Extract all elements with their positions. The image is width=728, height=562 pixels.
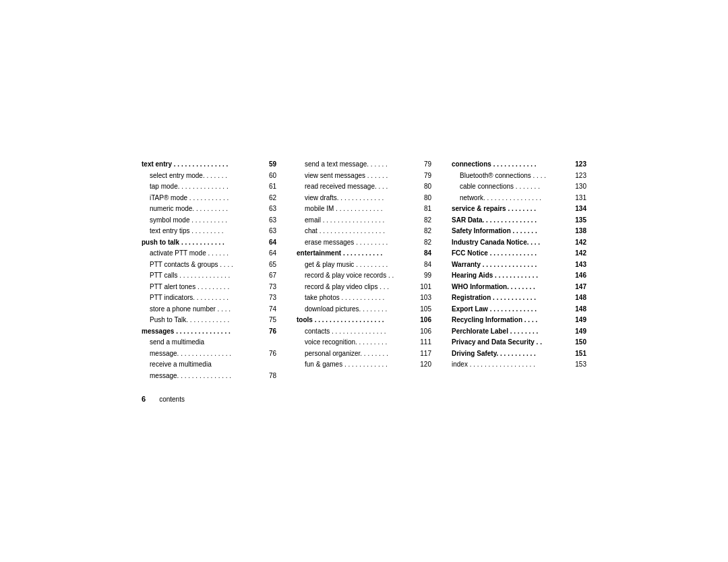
toc-main-entry: FCC Notice . . . . . . . . . . . . .142 — [452, 248, 586, 259]
toc-sub-entry: contacts . . . . . . . . . . . . . . .10… — [297, 326, 431, 337]
toc-entry-page: 146 — [570, 270, 586, 281]
toc-entry-page: 147 — [570, 282, 586, 292]
toc-sub-entry: view drafts. . . . . . . . . . . . .80 — [297, 193, 431, 204]
toc-entry-label: Perchlorate Label . . . . . . . . — [452, 326, 570, 337]
toc-entry-label: Bluetooth® connections . . . . — [460, 170, 570, 181]
toc-entry-page: 84 — [415, 248, 431, 259]
toc-section: Export Law . . . . . . . . . . . . .148 — [452, 304, 586, 315]
toc-entry-page: 79 — [415, 170, 431, 181]
toc-entry-page: 149 — [570, 315, 586, 325]
toc-main-entry: service & repairs . . . . . . . .134 — [452, 204, 586, 214]
toc-sub-entry: network. . . . . . . . . . . . . . . .13… — [452, 193, 586, 204]
toc-entry-label: Hearing Aids . . . . . . . . . . . . — [452, 270, 570, 281]
toc-main-entry: messages . . . . . . . . . . . . . . .76 — [142, 326, 276, 337]
toc-sub-entry: chat . . . . . . . . . . . . . . . . . .… — [297, 226, 431, 237]
toc-entry-label: mobile IM . . . . . . . . . . . . . — [305, 204, 415, 214]
toc-main-entry: Privacy and Data Security . .150 — [452, 337, 586, 348]
toc-section: service & repairs . . . . . . . .134 — [452, 204, 586, 214]
toc-main-entry: Safety Information . . . . . . .138 — [452, 226, 586, 237]
toc-entry-label: iTAP® mode . . . . . . . . . . . — [150, 193, 260, 204]
toc-entry-label: email . . . . . . . . . . . . . . . . . — [305, 215, 415, 226]
toc-entry-label: message. . . . . . . . . . . . . . . — [150, 348, 260, 359]
toc-entry-label: tap mode. . . . . . . . . . . . . . — [150, 181, 260, 192]
toc-section: push to talk . . . . . . . . . . . .64ac… — [142, 237, 276, 325]
toc-entry-page: 151 — [570, 348, 586, 359]
toc-entry-page: 76 — [260, 326, 276, 337]
toc-entry-page: 99 — [415, 270, 431, 281]
toc-entry-label: PTT alert tones . . . . . . . . . — [150, 282, 260, 292]
toc-entry-page: 138 — [570, 226, 586, 237]
toc-main-entry: Export Law . . . . . . . . . . . . .148 — [452, 304, 586, 315]
toc-main-entry: Industry Canada Notice. . . .142 — [452, 237, 586, 248]
toc-section: Registration . . . . . . . . . . . .148 — [452, 292, 586, 303]
toc-entry-page: 60 — [260, 170, 276, 181]
toc-entry-page: 111 — [415, 337, 431, 348]
toc-entry-label: PTT contacts & groups . . . . — [150, 259, 260, 270]
toc-main-entry: index . . . . . . . . . . . . . . . . . … — [452, 359, 586, 370]
toc-entry-label: symbol mode . . . . . . . . . . — [150, 215, 260, 226]
toc-entry-label: Push to Talk. . . . . . . . . . . . — [150, 315, 260, 325]
toc-entry-label: numeric mode. . . . . . . . . . — [150, 204, 260, 214]
toc-sub-entry: Bluetooth® connections . . . .123 — [452, 170, 586, 181]
toc-entry-label: text entry . . . . . . . . . . . . . . . — [142, 159, 260, 170]
toc-section: tools . . . . . . . . . . . . . . . . . … — [297, 315, 431, 370]
toc-entry-label: voice recognition. . . . . . . . . — [305, 337, 415, 348]
toc-section: Recycling Information . . . .149 — [452, 315, 586, 325]
toc-entry-page: 80 — [415, 193, 431, 204]
toc-entry-label: read received message. . . . — [305, 181, 415, 192]
toc-section: Privacy and Data Security . .150 — [452, 337, 586, 348]
toc-section: messages . . . . . . . . . . . . . . .76… — [142, 326, 276, 381]
toc-section: Driving Safety. . . . . . . . . . .151 — [452, 348, 586, 359]
toc-entry-page: 130 — [570, 181, 586, 192]
toc-entry-page: 67 — [260, 270, 276, 281]
toc-entry-label: erase messages . . . . . . . . . — [305, 237, 415, 248]
toc-entry-page: 82 — [415, 226, 431, 237]
toc-entry-label: personal organizer. . . . . . . . — [305, 348, 415, 359]
toc-main-entry: Recycling Information . . . .149 — [452, 315, 586, 325]
toc-sub-entry: store a phone number . . . .74 — [142, 304, 276, 315]
toc-entry-page: 63 — [260, 226, 276, 237]
toc-entry-label: Privacy and Data Security . . — [452, 337, 570, 348]
toc-entry-label: service & repairs . . . . . . . . — [452, 204, 570, 214]
toc-sub-entry: fun & games . . . . . . . . . . . .120 — [297, 359, 431, 370]
toc-main-entry: Driving Safety. . . . . . . . . . .151 — [452, 348, 586, 359]
toc-main-entry: entertainment . . . . . . . . . . .84 — [297, 248, 431, 259]
toc-sub-entry: iTAP® mode . . . . . . . . . . .62 — [142, 193, 276, 204]
toc-section: WHO Information. . . . . . . .147 — [452, 282, 586, 292]
toc-entry-page: 123 — [570, 170, 586, 181]
toc-main-entry: Perchlorate Label . . . . . . . .149 — [452, 326, 586, 337]
toc-entry-page: 148 — [570, 292, 586, 303]
footer: 6 contents — [142, 395, 586, 403]
toc-sub-entry: message. . . . . . . . . . . . . . .78 — [142, 371, 276, 381]
toc-entry-page: 150 — [570, 337, 586, 348]
toc-section: FCC Notice . . . . . . . . . . . . .142 — [452, 248, 586, 259]
toc-main-entry: WHO Information. . . . . . . .147 — [452, 282, 586, 292]
toc-entry-label: take photos . . . . . . . . . . . . — [305, 292, 415, 303]
toc-entry-page: 135 — [570, 215, 586, 226]
toc-entry-label: tools . . . . . . . . . . . . . . . . . … — [297, 315, 415, 325]
toc-sub-entry: record & play video clips . . .101 — [297, 282, 431, 292]
toc-sub-entry: text entry tips . . . . . . . . .63 — [142, 226, 276, 237]
toc-entry-page: 106 — [415, 326, 431, 337]
toc-sub-entry: voice recognition. . . . . . . . .111 — [297, 337, 431, 348]
toc-entry-page: 82 — [415, 237, 431, 248]
toc-section: Safety Information . . . . . . .138 — [452, 226, 586, 237]
toc-entry-label: WHO Information. . . . . . . . — [452, 282, 570, 292]
toc-entry-label: activate PTT mode . . . . . . — [150, 248, 260, 259]
toc-sub-entry: personal organizer. . . . . . . .117 — [297, 348, 431, 359]
toc-entry-label: Safety Information . . . . . . . — [452, 226, 570, 237]
toc-entry-label: Driving Safety. . . . . . . . . . . — [452, 348, 570, 359]
toc-entry-page: 75 — [260, 315, 276, 325]
toc-entry-page: 120 — [415, 359, 431, 370]
toc-container: text entry . . . . . . . . . . . . . . .… — [142, 159, 586, 381]
toc-sub-entry: read received message. . . .80 — [297, 181, 431, 192]
toc-entry-page: 149 — [570, 326, 586, 337]
toc-sub-entry: get & play music . . . . . . . . .84 — [297, 259, 431, 270]
toc-entry-label: SAR Data. . . . . . . . . . . . . . . — [452, 215, 570, 226]
toc-entry-label: Export Law . . . . . . . . . . . . . — [452, 304, 570, 315]
toc-sub-entry: numeric mode. . . . . . . . . .63 — [142, 204, 276, 214]
toc-entry-page: 63 — [260, 215, 276, 226]
toc-sub-entry: download pictures. . . . . . . .105 — [297, 304, 431, 315]
toc-main-entry: Registration . . . . . . . . . . . .148 — [452, 292, 586, 303]
toc-entry-page: 65 — [260, 259, 276, 270]
